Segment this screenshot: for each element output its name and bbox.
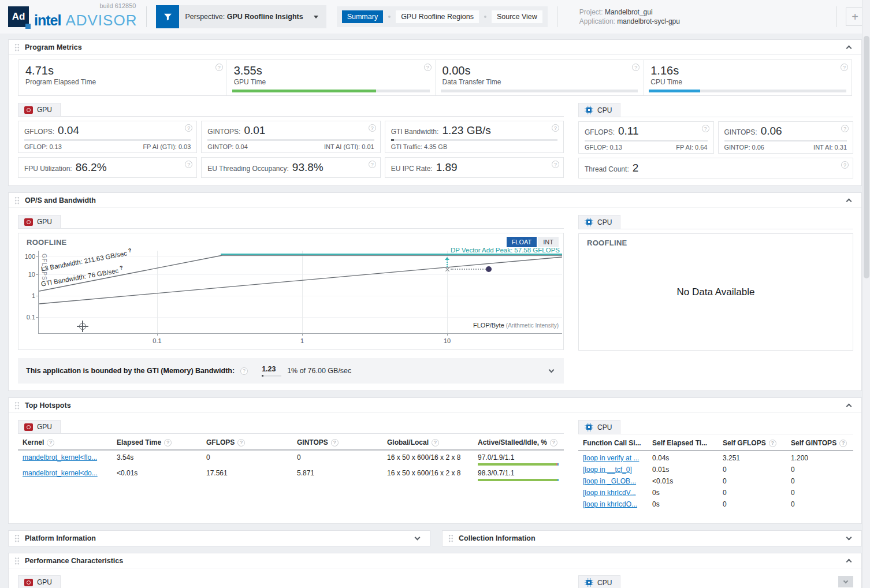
- help-icon[interactable]: ?: [237, 439, 245, 446]
- cpu-hotspots-table: Function Call Si... Self Elapsed Ti... S…: [578, 439, 853, 509]
- cpu-tab[interactable]: CPU: [578, 575, 620, 588]
- bounded-mini-bar: [262, 375, 281, 377]
- kernel-link[interactable]: mandelbrot_kernel<flo...: [23, 453, 97, 462]
- column-header: Global/Local?: [382, 438, 473, 446]
- metric-card-gpu-time: 3.55s GPU Time ?: [226, 60, 435, 95]
- help-icon[interactable]: ?: [432, 439, 439, 446]
- data-transfer-bar: [441, 90, 638, 92]
- crosshair-icon: [77, 321, 88, 332]
- section-title: OP/S and Bandwidth: [25, 196, 96, 204]
- metric-value: 3.55s: [234, 64, 428, 77]
- gpu-tab[interactable]: GPU: [18, 103, 61, 116]
- column-header: Kernel?: [18, 438, 112, 446]
- drag-handle-icon[interactable]: [14, 401, 20, 410]
- help-icon[interactable]: ?: [331, 439, 339, 446]
- help-icon[interactable]: ?: [550, 439, 557, 446]
- tab-gpu-roofline-regions[interactable]: GPU Roofline Regions: [396, 10, 479, 23]
- scrollbar-thumb[interactable]: [864, 36, 869, 278]
- section-performance-characteristics: Performance Characteristics GPU EU Array…: [8, 553, 862, 588]
- help-icon[interactable]: ?: [552, 161, 559, 168]
- help-icon[interactable]: ?: [369, 161, 376, 168]
- drag-handle-icon[interactable]: [14, 557, 20, 565]
- table-row: [loop in verify at ... 0.04s 3.251 1.200: [578, 451, 853, 463]
- tab-summary[interactable]: Summary: [342, 10, 383, 23]
- help-icon[interactable]: ?: [632, 64, 640, 71]
- help-icon[interactable]: ?: [185, 124, 192, 132]
- card-label: Thread Count:: [585, 165, 629, 173]
- metric-value: 1.16s: [650, 64, 845, 77]
- gpu-tab[interactable]: GPU: [18, 215, 61, 228]
- help-icon[interactable]: ?: [552, 124, 559, 132]
- metric-summary-row: 4.71s Program Elapsed Time ? 3.55s GPU T…: [18, 59, 852, 96]
- function-link[interactable]: [loop in __tcf_0]: [583, 466, 632, 474]
- help-icon[interactable]: ?: [369, 124, 376, 132]
- help-icon[interactable]: ?: [769, 440, 776, 447]
- help-icon[interactable]: ?: [240, 367, 248, 375]
- help-icon[interactable]: ?: [47, 439, 54, 446]
- help-icon[interactable]: ?: [841, 125, 849, 132]
- gpu-icon: [24, 579, 33, 586]
- gpu-roofline-chart[interactable]: ROOFLINE FLOAT INT: [18, 233, 564, 350]
- help-icon[interactable]: ?: [164, 439, 172, 446]
- bounded-label: This application is bounded by the GTI (…: [26, 367, 235, 375]
- cpu-icon: [585, 218, 593, 226]
- drag-handle-icon[interactable]: [448, 534, 453, 542]
- section-program-metrics: Program Metrics 4.71s Program Elapsed Ti…: [8, 39, 862, 186]
- expand-button[interactable]: [415, 533, 419, 544]
- help-icon[interactable]: ?: [185, 161, 192, 168]
- perspective-dropdown[interactable]: Perspective: GPU Roofline Insights: [156, 5, 326, 28]
- help-icon[interactable]: ?: [839, 440, 847, 447]
- cpu-tab[interactable]: CPU: [578, 103, 620, 117]
- application-label: Application:: [579, 17, 615, 25]
- perspective-value: GPU Roofline Insights: [227, 13, 303, 21]
- collapse-button[interactable]: [847, 400, 851, 411]
- projection-x-marker: [445, 267, 450, 272]
- help-icon[interactable]: ?: [215, 64, 223, 71]
- collapse-button[interactable]: [847, 195, 851, 206]
- help-icon[interactable]: ?: [841, 161, 849, 169]
- function-link[interactable]: [loop in khrIcdV...: [583, 489, 636, 497]
- drag-handle-icon[interactable]: [14, 196, 20, 204]
- metric-label: Program Elapsed Time: [25, 78, 220, 86]
- tab-source-view[interactable]: Source View: [492, 10, 542, 23]
- vertical-scrollbar[interactable]: [862, 0, 870, 588]
- kernel-data-point[interactable]: [486, 266, 492, 272]
- collapse-button[interactable]: [847, 42, 851, 53]
- cpu-tab[interactable]: CPU: [578, 215, 620, 229]
- help-icon[interactable]: ?: [702, 125, 709, 132]
- collapse-button[interactable]: [847, 556, 851, 566]
- drag-handle-icon[interactable]: [14, 534, 20, 542]
- bounded-value: 1.23: [262, 365, 281, 373]
- help-icon[interactable]: ?: [841, 64, 848, 71]
- expand-button[interactable]: [549, 366, 553, 376]
- header-divider: [146, 6, 147, 27]
- card-label: GTI Bandwidth:: [391, 128, 439, 136]
- header-divider: [557, 6, 557, 27]
- brand-intel: intel: [34, 12, 61, 29]
- table-row: [loop in khrIcdV... 0s 0 0: [578, 486, 853, 497]
- gpu-occupancy-card: EU Threading Occupancy:93.8% ?: [201, 157, 380, 178]
- project-value: Mandelbrot_gui: [605, 8, 653, 16]
- summary-page: Program Metrics 4.71s Program Elapsed Ti…: [0, 34, 870, 588]
- cpu-tab[interactable]: CPU: [578, 420, 620, 434]
- gpu-tab[interactable]: GPU: [18, 420, 61, 433]
- gpu-tab[interactable]: GPU: [18, 575, 61, 588]
- column-header: GFLOPS?: [202, 438, 292, 446]
- gpu-gintops-card: GINTOPS:0.01 ? GINTOP: 0.04INT AI (GTI):…: [201, 121, 380, 153]
- card-label: GINTOPS:: [207, 128, 240, 136]
- active-stalled-idle-bar: [478, 479, 559, 481]
- function-link[interactable]: [loop in khrIcdO...: [583, 500, 637, 508]
- card-label: FPU Utilization:: [24, 165, 72, 173]
- chevron-down-icon: [415, 535, 421, 541]
- drag-handle-icon[interactable]: [14, 43, 20, 51]
- metric-value: 0.00s: [443, 64, 637, 77]
- bounded-percent: 1% of 76.00 GB/sec: [287, 367, 351, 375]
- collapse-button[interactable]: [838, 576, 853, 587]
- function-link[interactable]: [loop in verify at ...: [583, 454, 639, 462]
- function-link[interactable]: [loop in _GLOB...: [583, 477, 636, 485]
- help-icon[interactable]: ?: [424, 64, 432, 71]
- table-row: mandelbrot_kernel<do... <0.01s 17.561 5.…: [18, 466, 564, 482]
- expand-button[interactable]: [847, 533, 851, 544]
- kernel-link[interactable]: mandelbrot_kernel<do...: [23, 469, 98, 477]
- column-header: Elapsed Time?: [112, 438, 202, 446]
